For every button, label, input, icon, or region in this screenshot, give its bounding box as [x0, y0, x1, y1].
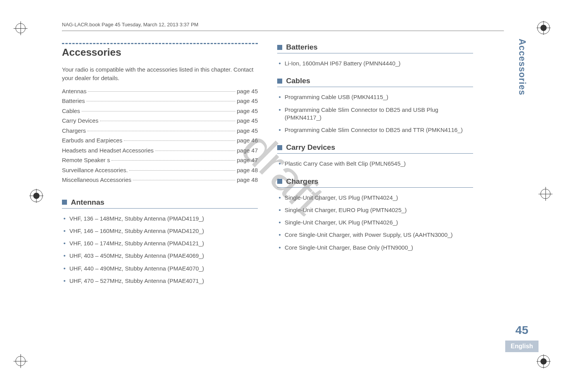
bullet-list: •Li-Ion, 1600mAH IP67 Battery (PMNN4440_…	[277, 60, 473, 67]
list-item: •Single-Unit Charger, EURO Plug (PMTN402…	[279, 206, 473, 214]
list-item: •Programming Cable Slim Connector to DB2…	[279, 126, 473, 134]
list-item: •Programming Cable USB (PMKN4115_)	[279, 93, 473, 101]
list-item: •VHF, 146 – 160MHz, Stubby Antenna (PMAD…	[63, 227, 258, 235]
toc-page: page 45	[237, 126, 258, 136]
list-item: •Core Single-Unit Charger, with Power Su…	[279, 231, 473, 239]
bullet-icon: •	[63, 215, 65, 223]
bullet-icon: •	[279, 194, 281, 202]
section-heading: Chargers	[277, 177, 473, 186]
list-item-text: Single-Unit Charger, EURO Plug (PMTN4025…	[285, 206, 406, 214]
bullet-icon: •	[279, 219, 281, 226]
toc-row: Earbuds and Earpiecespage 46	[62, 135, 258, 146]
toc-dots	[155, 151, 235, 151]
language-badge: English	[505, 341, 539, 352]
list-item-text: VHF, 146 – 160MHz, Stubby Antenna (PMAD4…	[69, 227, 204, 235]
list-item: •Plastic Carry Case with Belt Clip (PMLN…	[279, 160, 473, 168]
bullet-icon: •	[279, 106, 281, 122]
page-title: Accessories	[62, 46, 258, 58]
list-item: •Single-Unit Charger, US Plug (PMTN4024_…	[279, 194, 473, 202]
registration-mark-icon	[540, 189, 551, 199]
toc-label: Carry Devices	[62, 116, 98, 126]
list-item: •UHF, 470 – 527MHz, Stubby Antenna (PMAE…	[63, 277, 258, 285]
bullet-icon: •	[279, 93, 281, 101]
side-chapter-label: Accessories	[517, 39, 527, 96]
toc-label: Chargers	[62, 126, 86, 136]
section-heading: Batteries	[277, 43, 473, 51]
section-marker-icon	[277, 79, 282, 84]
section-chargers: Chargers •Single-Unit Charger, US Plug (…	[277, 177, 473, 252]
list-item-text: Programming Cable USB (PMKN4115_)	[285, 93, 388, 101]
toc-dots	[124, 140, 235, 141]
toc-dots	[87, 131, 235, 131]
list-item-text: Programming Cable Slim Connector to DB25…	[285, 106, 473, 122]
side-bottom: 45 English	[505, 324, 539, 352]
list-item: •Li-Ion, 1600mAH IP67 Battery (PMNN4440_…	[279, 60, 473, 67]
toc-row: Headsets and Headset Accessoriespage 47	[62, 146, 258, 156]
section-marker-icon	[277, 179, 282, 184]
toc-row: Batteriespage 45	[62, 96, 258, 106]
section-title: Chargers	[286, 177, 318, 186]
section-marker-icon	[62, 200, 67, 205]
toc-row: Carry Devicespage 45	[62, 116, 258, 126]
bullet-icon: •	[279, 231, 281, 239]
section-antennas: Antennas •VHF, 136 – 148MHz, Stubby Ante…	[62, 198, 258, 285]
bullet-icon: •	[279, 160, 281, 168]
document-page: NAG-LACR.book Page 45 Tuesday, March 12,…	[39, 15, 527, 377]
list-item-text: Single-Unit Charger, UK Plug (PMTN4026_)	[285, 219, 398, 226]
bullet-icon: •	[63, 240, 65, 247]
list-item: •Programming Cable Slim Connector to DB2…	[279, 106, 473, 122]
title-dashed-rule	[62, 43, 258, 44]
toc-dots	[100, 121, 235, 121]
toc-page: page 47	[237, 155, 258, 165]
section-heading: Cables	[277, 77, 473, 85]
toc-dots	[82, 111, 235, 111]
section-batteries: Batteries •Li-Ion, 1600mAH IP67 Battery …	[277, 43, 473, 67]
section-heading: Carry Devices	[277, 143, 473, 152]
section-cables: Cables •Programming Cable USB (PMKN4115_…	[277, 77, 473, 134]
toc-row: Remote Speaker spage 47	[62, 155, 258, 165]
page-header-note: NAG-LACR.book Page 45 Tuesday, March 12,…	[39, 15, 527, 31]
toc-label: Surveillance Accessories.	[62, 165, 128, 175]
section-title: Carry Devices	[286, 143, 335, 152]
section-marker-icon	[277, 145, 282, 150]
bullet-icon: •	[279, 126, 281, 134]
section-marker-icon	[277, 45, 282, 50]
section-title: Batteries	[286, 43, 317, 51]
side-tab: Accessories 45 English	[515, 39, 529, 352]
section-title: Cables	[286, 77, 310, 85]
list-item-text: UHF, 403 – 450MHz, Stubby Antenna (PMAE4…	[69, 252, 204, 260]
list-item-text: Core Single-Unit Charger, with Power Sup…	[285, 231, 453, 239]
toc-dots	[86, 101, 235, 101]
section-divider	[277, 153, 473, 154]
toc-dots	[129, 170, 235, 171]
toc-label: Antennas	[62, 86, 86, 96]
bullet-icon: •	[279, 244, 281, 252]
toc-page: page 46	[237, 135, 258, 146]
toc-label: Remote Speaker s	[62, 155, 110, 165]
toc-page: page 45	[237, 86, 258, 96]
toc-page: page 48	[237, 165, 258, 175]
section-divider	[277, 87, 473, 87]
table-of-contents: Antennaspage 45 Batteriespage 45 Cablesp…	[62, 86, 258, 185]
target-icon	[537, 354, 551, 368]
column-left: Accessories Your radio is compatible wit…	[62, 43, 258, 377]
list-item: •Single-Unit Charger, UK Plug (PMTN4026_…	[279, 219, 473, 226]
list-item-text: VHF, 160 – 174MHz, Stubby Antenna (PMAD4…	[69, 240, 204, 247]
toc-dots	[111, 160, 235, 161]
toc-row: Cablespage 45	[62, 106, 258, 116]
registration-mark-icon	[15, 23, 26, 33]
toc-dots	[133, 180, 235, 180]
toc-label: Batteries	[62, 96, 85, 106]
bullet-icon: •	[63, 277, 65, 285]
toc-row: Miscellaneous Accessoriespage 48	[62, 175, 258, 185]
list-item-text: Core Single-Unit Charger, Base Only (HTN…	[285, 244, 413, 252]
toc-label: Cables	[62, 106, 80, 116]
list-item: •UHF, 440 – 490MHz, Stubby Antenna (PMAE…	[63, 265, 258, 272]
intro-paragraph: Your radio is compatible with the access…	[62, 65, 258, 82]
section-title: Antennas	[71, 198, 105, 207]
toc-page: page 45	[237, 96, 258, 106]
list-item-text: UHF, 470 – 527MHz, Stubby Antenna (PMAE4…	[69, 277, 204, 285]
bullet-list: •Single-Unit Charger, US Plug (PMTN4024_…	[277, 194, 473, 252]
header-divider	[62, 31, 504, 31]
content-columns: Accessories Your radio is compatible wit…	[39, 43, 527, 377]
